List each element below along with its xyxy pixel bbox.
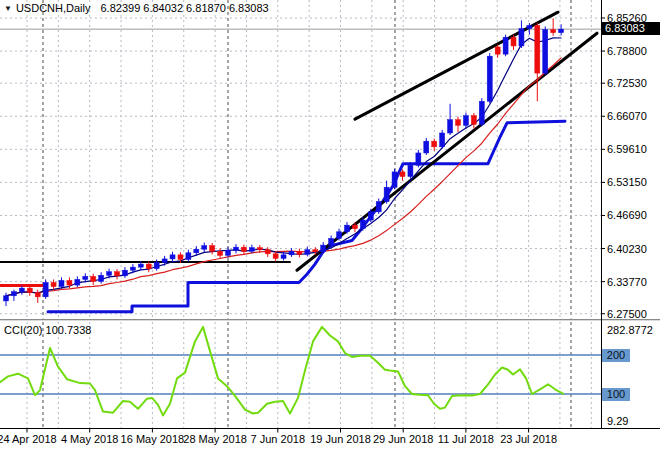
candle-body: [130, 267, 135, 270]
trading-chart-window: ▼USDCNH,Daily6.82399 6.84032 6.81870 6.8…: [0, 0, 660, 450]
candle-body: [313, 250, 318, 252]
candle-body: [99, 275, 104, 281]
candle-body: [448, 120, 453, 133]
candle-body: [495, 47, 500, 54]
candle-body: [519, 29, 524, 46]
candle-body: [122, 270, 127, 276]
ohlc-values: 6.82399 6.84032 6.81870 6.83083: [100, 2, 268, 14]
candle-body: [27, 288, 32, 293]
date-axis-label: 28 May 2018: [183, 433, 247, 445]
candle-body: [75, 279, 80, 285]
price-axis-label: 6.53150: [607, 176, 647, 188]
candle-body: [51, 282, 56, 286]
cci-level-badge: 100: [602, 388, 630, 401]
candle-body: [162, 259, 167, 263]
candle-body: [265, 250, 270, 254]
candle-body: [360, 220, 365, 229]
date-axis-label: 29 Jun 2018: [373, 433, 434, 445]
candle-body: [194, 249, 199, 253]
candle-body: [384, 187, 389, 201]
cci-max-value: 282.8772: [607, 324, 653, 336]
candle-body: [170, 255, 175, 259]
candle-body: [337, 232, 342, 239]
candle-body: [210, 246, 215, 252]
candle-body: [218, 251, 223, 255]
candle-body: [202, 246, 207, 250]
price-axis-label: 6.72530: [607, 77, 647, 89]
price-axis-label: 6.59610: [607, 143, 647, 155]
candle-body: [59, 280, 64, 286]
candle-body: [138, 264, 143, 267]
candle-body: [107, 272, 112, 276]
candle-body: [527, 25, 532, 28]
candle-body: [178, 255, 183, 260]
candle-body: [11, 292, 16, 296]
candle-body: [43, 282, 48, 296]
candle-body: [416, 153, 421, 165]
date-axis-label: 7 Jun 2018: [251, 433, 305, 445]
candle-body: [408, 165, 413, 176]
candle-body: [551, 30, 556, 33]
chart-title: ▼USDCNH,Daily6.82399 6.84032 6.81870 6.8…: [4, 2, 269, 14]
candle-body: [392, 172, 397, 187]
candle-body: [440, 133, 445, 147]
indicator-label: CCI(20) 100.7338: [4, 324, 91, 336]
date-axis-label: 11 Jul 2018: [438, 433, 494, 445]
candle-body: [83, 276, 88, 279]
candle-body: [456, 120, 461, 126]
price-axis-label: 6.78800: [607, 45, 647, 57]
candle-body: [281, 255, 286, 259]
candle-body: [471, 116, 476, 125]
candle-body: [503, 37, 508, 54]
candle-body: [289, 251, 294, 255]
cci-level-badge: 200: [602, 349, 630, 362]
candle-body: [249, 248, 254, 252]
candle-body: [463, 116, 468, 126]
candle-body: [115, 272, 120, 276]
symbol-timeframe-label: USDCNH,Daily: [16, 2, 91, 14]
candle-body: [297, 251, 302, 254]
date-axis-label: 16 May 2018: [121, 433, 185, 445]
date-axis-label: 19 Jun 2018: [310, 433, 371, 445]
candle-body: [35, 293, 40, 297]
candle-body: [368, 212, 373, 220]
date-axis-label: 24 Apr 2018: [0, 433, 57, 445]
candle-body: [543, 30, 548, 74]
chart-canvas[interactable]: [0, 0, 660, 450]
candle-body: [352, 225, 357, 229]
price-axis-label: 6.46690: [607, 209, 647, 221]
date-axis-label: 23 Jul 2018: [500, 433, 557, 445]
channel-lower-trendline[interactable]: [297, 33, 597, 270]
price-axis-label: 6.33770: [607, 276, 647, 288]
cci-line: [0, 327, 563, 416]
candle-body: [257, 248, 262, 250]
candle-body: [91, 276, 96, 281]
candle-body: [344, 225, 349, 232]
candle-body: [19, 288, 24, 292]
candle-body: [241, 247, 246, 251]
candle-body: [4, 296, 9, 301]
candle-body: [305, 250, 310, 255]
symbol-dropdown-icon[interactable]: ▼: [4, 4, 12, 13]
candle-body: [432, 141, 437, 147]
candle-body: [559, 29, 564, 33]
candle-body: [146, 264, 151, 269]
current-price-badge: 6.83083: [602, 22, 660, 35]
candle-body: [186, 253, 191, 260]
cci-min-value: 9.29: [607, 415, 628, 427]
candle-body: [329, 238, 334, 245]
date-axis-label: 4 May 2018: [61, 433, 118, 445]
price-axis-label: 6.40230: [607, 243, 647, 255]
candle-body: [400, 172, 405, 177]
candle-body: [535, 25, 540, 73]
price-axis-label: 6.27500: [607, 308, 647, 320]
candle-body: [479, 101, 484, 124]
candle-body: [376, 202, 381, 212]
candle-body: [487, 56, 492, 101]
candle-body: [321, 245, 326, 252]
price-axis-label: 6.66070: [607, 110, 647, 122]
candle-body: [154, 263, 159, 269]
candle-body: [233, 247, 238, 250]
candle-body: [67, 280, 72, 285]
candle-body: [226, 250, 231, 255]
